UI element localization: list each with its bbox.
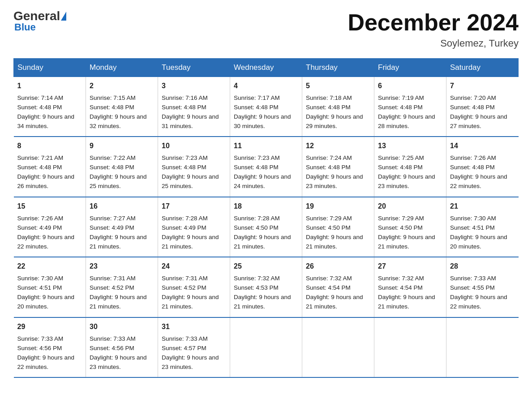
day-number: 27: [378, 261, 442, 272]
sunset-text: Sunset: 4:49 PM: [162, 224, 206, 231]
daylight-text: Daylight: 9 hours and 21 minutes.: [162, 294, 219, 310]
daylight-text: Daylight: 9 hours and 27 minutes.: [450, 113, 507, 129]
calendar-cell: 26Sunrise: 7:32 AMSunset: 4:54 PMDayligh…: [302, 257, 374, 317]
calendar-cell: [230, 317, 302, 377]
sunset-text: Sunset: 4:48 PM: [162, 164, 206, 171]
sunset-text: Sunset: 4:51 PM: [17, 284, 62, 291]
calendar-cell: 25Sunrise: 7:32 AMSunset: 4:53 PMDayligh…: [230, 257, 302, 317]
sunset-text: Sunset: 4:48 PM: [90, 104, 134, 111]
calendar-cell: 19Sunrise: 7:29 AMSunset: 4:50 PMDayligh…: [302, 197, 374, 257]
sunrise-text: Sunrise: 7:18 AM: [306, 94, 352, 101]
calendar-cell: 4Sunrise: 7:17 AMSunset: 4:48 PMDaylight…: [230, 77, 302, 137]
daylight-text: Daylight: 9 hours and 25 minutes.: [90, 173, 147, 189]
calendar-cell: 12Sunrise: 7:24 AMSunset: 4:48 PMDayligh…: [302, 137, 374, 197]
calendar-cell: 2Sunrise: 7:15 AMSunset: 4:48 PMDaylight…: [86, 77, 158, 137]
calendar-cell: 13Sunrise: 7:25 AMSunset: 4:48 PMDayligh…: [374, 137, 446, 197]
day-number: 16: [90, 201, 154, 212]
sunrise-text: Sunrise: 7:30 AM: [450, 215, 496, 222]
logo-triangle-icon: [61, 12, 66, 21]
day-of-week-header: Sunday: [14, 59, 86, 77]
daylight-text: Daylight: 9 hours and 23 minutes.: [306, 173, 363, 189]
daylight-text: Daylight: 9 hours and 30 minutes.: [234, 113, 291, 129]
sunset-text: Sunset: 4:52 PM: [162, 284, 206, 291]
sunrise-text: Sunrise: 7:32 AM: [234, 275, 280, 282]
sunrise-text: Sunrise: 7:23 AM: [234, 154, 280, 161]
calendar-cell: [302, 317, 374, 377]
sunset-text: Sunset: 4:48 PM: [378, 104, 423, 111]
location-subtitle: Soylemez, Turkey: [348, 38, 519, 49]
calendar-cell: 23Sunrise: 7:31 AMSunset: 4:52 PMDayligh…: [86, 257, 158, 317]
daylight-text: Daylight: 9 hours and 34 minutes.: [17, 113, 75, 129]
day-number: 9: [90, 141, 154, 152]
day-number: 1: [17, 81, 82, 92]
sunset-text: Sunset: 4:55 PM: [450, 284, 495, 291]
sunrise-text: Sunrise: 7:26 AM: [450, 154, 496, 161]
calendar-cell: 3Sunrise: 7:16 AMSunset: 4:48 PMDaylight…: [158, 77, 230, 137]
sunset-text: Sunset: 4:48 PM: [90, 164, 134, 171]
calendar-cell: 15Sunrise: 7:26 AMSunset: 4:49 PMDayligh…: [14, 197, 86, 257]
calendar-week-row: 22Sunrise: 7:30 AMSunset: 4:51 PMDayligh…: [14, 257, 519, 317]
day-number: 12: [306, 141, 370, 152]
day-number: 22: [17, 261, 82, 272]
calendar-cell: [446, 317, 519, 377]
sunrise-text: Sunrise: 7:25 AM: [378, 154, 424, 161]
calendar-cell: 18Sunrise: 7:28 AMSunset: 4:50 PMDayligh…: [230, 197, 302, 257]
day-number: 15: [17, 201, 82, 212]
day-number: 19: [306, 201, 370, 212]
daylight-text: Daylight: 9 hours and 28 minutes.: [378, 113, 435, 129]
day-number: 11: [234, 141, 298, 152]
calendar-cell: 6Sunrise: 7:19 AMSunset: 4:48 PMDaylight…: [374, 77, 446, 137]
day-number: 30: [90, 321, 154, 333]
daylight-text: Daylight: 9 hours and 21 minutes.: [90, 234, 147, 250]
sunrise-text: Sunrise: 7:28 AM: [234, 215, 280, 222]
calendar-cell: 9Sunrise: 7:22 AMSunset: 4:48 PMDaylight…: [86, 137, 158, 197]
calendar-cell: 5Sunrise: 7:18 AMSunset: 4:48 PMDaylight…: [302, 77, 374, 137]
sunrise-text: Sunrise: 7:23 AM: [162, 154, 208, 161]
sunset-text: Sunset: 4:50 PM: [378, 224, 423, 231]
calendar-cell: 14Sunrise: 7:26 AMSunset: 4:48 PMDayligh…: [446, 137, 519, 197]
sunrise-text: Sunrise: 7:20 AM: [450, 94, 496, 101]
day-of-week-header: Friday: [374, 59, 446, 77]
daylight-text: Daylight: 9 hours and 22 minutes.: [17, 354, 75, 370]
sunrise-text: Sunrise: 7:33 AM: [90, 335, 136, 342]
day-number: 21: [450, 201, 515, 212]
logo-blue-text: Blue: [14, 21, 36, 33]
daylight-text: Daylight: 9 hours and 26 minutes.: [17, 173, 75, 189]
sunrise-text: Sunrise: 7:28 AM: [162, 215, 208, 222]
daylight-text: Daylight: 9 hours and 31 minutes.: [162, 113, 219, 129]
day-number: 28: [450, 261, 515, 272]
sunset-text: Sunset: 4:57 PM: [162, 345, 206, 351]
sunrise-text: Sunrise: 7:22 AM: [90, 154, 136, 161]
daylight-text: Daylight: 9 hours and 21 minutes.: [306, 294, 363, 310]
sunset-text: Sunset: 4:48 PM: [306, 164, 351, 171]
day-number: 14: [450, 141, 515, 152]
calendar-table: SundayMondayTuesdayWednesdayThursdayFrid…: [13, 58, 519, 378]
sunrise-text: Sunrise: 7:29 AM: [306, 215, 352, 222]
daylight-text: Daylight: 9 hours and 24 minutes.: [234, 173, 291, 189]
sunset-text: Sunset: 4:56 PM: [17, 345, 62, 351]
day-number: 8: [17, 141, 82, 152]
calendar-cell: 17Sunrise: 7:28 AMSunset: 4:49 PMDayligh…: [158, 197, 230, 257]
sunset-text: Sunset: 4:53 PM: [234, 284, 279, 291]
sunrise-text: Sunrise: 7:33 AM: [450, 275, 496, 282]
sunrise-text: Sunrise: 7:33 AM: [17, 335, 64, 342]
day-of-week-header: Tuesday: [158, 59, 230, 77]
sunset-text: Sunset: 4:48 PM: [234, 164, 279, 171]
calendar-cell: 21Sunrise: 7:30 AMSunset: 4:51 PMDayligh…: [446, 197, 519, 257]
sunset-text: Sunset: 4:49 PM: [90, 224, 134, 231]
sunset-text: Sunset: 4:50 PM: [306, 224, 351, 231]
daylight-text: Daylight: 9 hours and 22 minutes.: [17, 234, 75, 250]
calendar-week-row: 29Sunrise: 7:33 AMSunset: 4:56 PMDayligh…: [14, 317, 519, 377]
sunrise-text: Sunrise: 7:15 AM: [90, 94, 136, 101]
page-header: General Blue December 2024 Soylemez, Tur…: [13, 9, 519, 49]
day-number: 2: [90, 81, 154, 92]
daylight-text: Daylight: 9 hours and 21 minutes.: [378, 294, 435, 310]
sunrise-text: Sunrise: 7:26 AM: [17, 215, 64, 222]
sunset-text: Sunset: 4:51 PM: [450, 224, 495, 231]
day-number: 17: [162, 201, 226, 212]
sunset-text: Sunset: 4:48 PM: [450, 104, 495, 111]
sunset-text: Sunset: 4:48 PM: [17, 164, 62, 171]
day-number: 23: [90, 261, 154, 272]
sunset-text: Sunset: 4:54 PM: [306, 284, 351, 291]
day-of-week-header: Monday: [86, 59, 158, 77]
